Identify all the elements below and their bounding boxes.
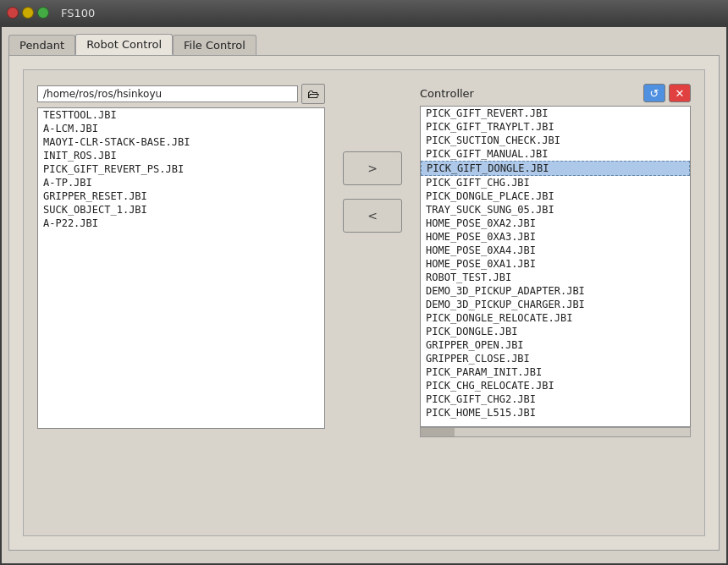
transfer-right-button[interactable]: >	[343, 151, 402, 185]
list-item[interactable]: PICK_DONGLE.JBI	[421, 325, 690, 338]
window-title: FS100	[61, 7, 95, 19]
list-item[interactable]: A-LCM.JBI	[38, 122, 324, 135]
controller-label: Controller	[420, 87, 474, 100]
transfer-buttons: > <	[339, 84, 406, 233]
folder-icon: 🗁	[307, 87, 319, 101]
list-item[interactable]: PICK_GIFT_REVERT_PS.JBI	[38, 162, 324, 176]
folder-open-button[interactable]: 🗁	[301, 84, 325, 104]
tab-strip: Pendant Robot Control File Control	[8, 34, 720, 55]
controller-refresh-button[interactable]: ↺	[643, 84, 665, 102]
list-item[interactable]: A-P22.JBI	[38, 217, 324, 230]
path-bar: /home/ros/ros/hsinkoyu 🗁	[37, 84, 325, 104]
list-item[interactable]: TRAY_SUCK_SUNG_05.JBI	[421, 203, 690, 217]
horizontal-scrollbar[interactable]	[420, 427, 691, 437]
list-item[interactable]: ROBOT_TEST.JBI	[421, 271, 690, 284]
controller-close-button[interactable]: ✕	[669, 84, 691, 102]
tab-panel: /home/ros/ros/hsinkoyu 🗁 TESTTOOL.JBIA-L…	[8, 55, 720, 551]
list-item[interactable]: DEMO_3D_PICKUP_CHARGER.JBI	[421, 298, 690, 311]
controller-listbox[interactable]: PICK_GIFT_REVERT.JBIPICK_GIFT_TRAYPLT.JB…	[420, 106, 691, 427]
list-item[interactable]: DEMO_3D_PICKUP_ADAPTER.JBI	[421, 284, 690, 298]
file-transfer-area: /home/ros/ros/hsinkoyu 🗁 TESTTOOL.JBIA-L…	[37, 84, 691, 522]
maximize-window-button[interactable]	[37, 7, 49, 19]
controller-header: Controller ↺ ✕	[420, 84, 691, 102]
list-item[interactable]: HOME_POSE_0XA3.JBI	[421, 230, 690, 244]
list-item[interactable]: PICK_CHG_RELOCATE.JBI	[421, 379, 690, 392]
list-item[interactable]: INIT_ROS.JBI	[38, 149, 324, 162]
right-controller-panel: Controller ↺ ✕ PICK_GIFT_REVERT.JBIPICK_…	[420, 84, 691, 437]
close-window-button[interactable]	[7, 7, 19, 19]
list-item[interactable]: PICK_PARAM_INIT.JBI	[421, 365, 690, 379]
list-item[interactable]: GRIPPER_RESET.JBI	[38, 189, 324, 203]
list-item[interactable]: HOME_POSE_0XA4.JBI	[421, 244, 690, 257]
list-item[interactable]: SUCK_OBJECT_1.JBI	[38, 203, 324, 217]
list-item[interactable]: A-TP.JBI	[38, 176, 324, 189]
list-item[interactable]: GRIPPER_OPEN.JBI	[421, 338, 690, 352]
panel-inner: /home/ros/ros/hsinkoyu 🗁 TESTTOOL.JBIA-L…	[23, 69, 705, 536]
list-item[interactable]: PICK_GIFT_DONGLE.JBI	[421, 161, 690, 176]
list-item[interactable]: GRIPPER_CLOSE.JBI	[421, 352, 690, 365]
list-item[interactable]: PICK_GIFT_REVERT.JBI	[421, 107, 690, 120]
list-item[interactable]: PICK_GIFT_CHG2.JBI	[421, 392, 690, 406]
window-controls	[7, 7, 49, 19]
path-label: /home/ros/ros/hsinkoyu	[37, 85, 298, 102]
minimize-window-button[interactable]	[22, 7, 34, 19]
list-item[interactable]: PICK_GIFT_TRAYPLT.JBI	[421, 120, 690, 134]
list-item[interactable]: PICK_SUCTION_CHECK.JBI	[421, 134, 690, 147]
left-file-panel: /home/ros/ros/hsinkoyu 🗁 TESTTOOL.JBIA-L…	[37, 84, 325, 429]
list-item[interactable]: PICK_DONGLE_RELOCATE.JBI	[421, 311, 690, 325]
list-item[interactable]: PICK_HOME_L515.JBI	[421, 406, 690, 420]
titlebar: FS100	[0, 0, 728, 25]
tab-pendant[interactable]: Pendant	[8, 35, 75, 55]
scrollbar-thumb[interactable]	[421, 428, 455, 436]
list-item[interactable]: PICK_GIFT_CHG.JBI	[421, 176, 690, 189]
window-content: Pendant Robot Control File Control /home…	[2, 27, 726, 563]
tab-file-control[interactable]: File Control	[173, 35, 256, 55]
left-file-listbox[interactable]: TESTTOOL.JBIA-LCM.JBIMAOYI-CLR-STACK-BAS…	[37, 107, 325, 429]
list-item[interactable]: HOME_POSE_0XA2.JBI	[421, 217, 690, 230]
list-item[interactable]: MAOYI-CLR-STACK-BASE.JBI	[38, 135, 324, 149]
list-item[interactable]: PICK_GIFT_MANUAL.JBI	[421, 147, 690, 161]
list-item[interactable]: HOME_POSE_0XA1.JBI	[421, 257, 690, 271]
transfer-left-button[interactable]: <	[343, 199, 402, 233]
tab-robot-control[interactable]: Robot Control	[75, 34, 173, 55]
list-item[interactable]: PICK_DONGLE_PLACE.JBI	[421, 189, 690, 203]
list-item[interactable]: TESTTOOL.JBI	[38, 108, 324, 122]
controller-actions: ↺ ✕	[643, 84, 691, 102]
